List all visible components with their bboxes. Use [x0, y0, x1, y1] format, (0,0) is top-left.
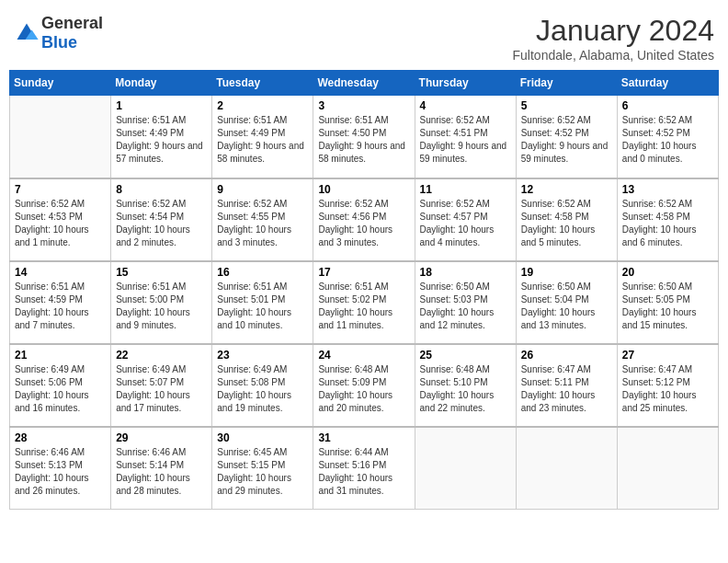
week-row-5: 28Sunrise: 6:46 AMSunset: 5:13 PMDayligh…	[10, 427, 719, 510]
day-number: 9	[217, 183, 308, 196]
calendar-cell: 23Sunrise: 6:49 AMSunset: 5:08 PMDayligh…	[212, 344, 313, 427]
day-info: Sunrise: 6:48 AMSunset: 5:09 PMDaylight:…	[318, 363, 409, 415]
days-header-row: SundayMondayTuesdayWednesdayThursdayFrid…	[10, 71, 719, 96]
day-info: Sunrise: 6:52 AMSunset: 4:58 PMDaylight:…	[521, 198, 612, 249]
calendar-cell: 30Sunrise: 6:45 AMSunset: 5:15 PMDayligh…	[212, 427, 313, 510]
calendar-cell	[516, 427, 617, 510]
calendar-cell: 31Sunrise: 6:44 AMSunset: 5:16 PMDayligh…	[313, 427, 415, 510]
day-number: 27	[622, 349, 713, 362]
day-info: Sunrise: 6:52 AMSunset: 4:57 PMDaylight:…	[420, 198, 511, 249]
calendar-cell: 14Sunrise: 6:51 AMSunset: 4:59 PMDayligh…	[10, 261, 111, 344]
day-info: Sunrise: 6:51 AMSunset: 4:50 PMDaylight:…	[318, 114, 409, 166]
day-info: Sunrise: 6:52 AMSunset: 4:54 PMDaylight:…	[116, 198, 207, 249]
day-number: 10	[318, 183, 409, 196]
calendar-cell: 5Sunrise: 6:52 AMSunset: 4:52 PMDaylight…	[516, 96, 617, 178]
day-number: 16	[217, 266, 308, 279]
week-row-2: 7Sunrise: 6:52 AMSunset: 4:53 PMDaylight…	[10, 178, 719, 261]
calendar-table: SundayMondayTuesdayWednesdayThursdayFrid…	[9, 70, 719, 510]
day-info: Sunrise: 6:45 AMSunset: 5:15 PMDaylight:…	[217, 446, 308, 498]
day-number: 2	[217, 99, 308, 112]
day-number: 4	[420, 99, 511, 112]
day-number: 12	[521, 183, 612, 196]
day-info: Sunrise: 6:50 AMSunset: 5:03 PMDaylight:…	[420, 281, 511, 332]
day-of-week-friday: Friday	[516, 71, 617, 96]
day-info: Sunrise: 6:51 AMSunset: 4:49 PMDaylight:…	[217, 114, 308, 166]
calendar-cell: 22Sunrise: 6:49 AMSunset: 5:07 PMDayligh…	[111, 344, 212, 427]
day-number: 8	[116, 183, 207, 196]
day-info: Sunrise: 6:51 AMSunset: 5:01 PMDaylight:…	[217, 281, 308, 332]
title-section: January 2024 Fultondale, Alabama, United…	[513, 14, 714, 63]
calendar-cell: 18Sunrise: 6:50 AMSunset: 5:03 PMDayligh…	[415, 261, 516, 344]
day-info: Sunrise: 6:52 AMSunset: 4:58 PMDaylight:…	[622, 198, 713, 249]
day-of-week-thursday: Thursday	[415, 71, 516, 96]
day-info: Sunrise: 6:49 AMSunset: 5:06 PMDaylight:…	[15, 363, 106, 415]
calendar-cell: 1Sunrise: 6:51 AMSunset: 4:49 PMDaylight…	[111, 96, 212, 178]
day-info: Sunrise: 6:51 AMSunset: 4:49 PMDaylight:…	[116, 114, 207, 166]
day-number: 18	[420, 266, 511, 279]
calendar-cell: 19Sunrise: 6:50 AMSunset: 5:04 PMDayligh…	[516, 261, 617, 344]
day-info: Sunrise: 6:47 AMSunset: 5:12 PMDaylight:…	[622, 363, 713, 415]
day-number: 28	[15, 431, 106, 444]
location: Fultondale, Alabama, United States	[513, 48, 714, 63]
day-info: Sunrise: 6:49 AMSunset: 5:07 PMDaylight:…	[116, 363, 207, 415]
day-info: Sunrise: 6:52 AMSunset: 4:55 PMDaylight:…	[217, 198, 308, 249]
day-info: Sunrise: 6:44 AMSunset: 5:16 PMDaylight:…	[318, 446, 409, 498]
day-number: 3	[318, 99, 409, 112]
day-info: Sunrise: 6:48 AMSunset: 5:10 PMDaylight:…	[420, 363, 511, 415]
day-info: Sunrise: 6:50 AMSunset: 5:04 PMDaylight:…	[521, 281, 612, 332]
day-info: Sunrise: 6:49 AMSunset: 5:08 PMDaylight:…	[217, 363, 308, 415]
week-row-3: 14Sunrise: 6:51 AMSunset: 4:59 PMDayligh…	[10, 261, 719, 344]
day-info: Sunrise: 6:52 AMSunset: 4:51 PMDaylight:…	[420, 114, 511, 166]
day-number: 23	[217, 349, 308, 362]
day-number: 19	[521, 266, 612, 279]
calendar-cell: 27Sunrise: 6:47 AMSunset: 5:12 PMDayligh…	[617, 344, 718, 427]
calendar-cell: 12Sunrise: 6:52 AMSunset: 4:58 PMDayligh…	[516, 178, 617, 261]
calendar-cell: 25Sunrise: 6:48 AMSunset: 5:10 PMDayligh…	[415, 344, 516, 427]
calendar-cell: 7Sunrise: 6:52 AMSunset: 4:53 PMDaylight…	[10, 178, 111, 261]
day-number: 11	[420, 183, 511, 196]
calendar-cell: 9Sunrise: 6:52 AMSunset: 4:55 PMDaylight…	[212, 178, 313, 261]
week-row-4: 21Sunrise: 6:49 AMSunset: 5:06 PMDayligh…	[10, 344, 719, 427]
day-number: 7	[15, 183, 106, 196]
calendar-cell: 17Sunrise: 6:51 AMSunset: 5:02 PMDayligh…	[313, 261, 415, 344]
calendar-cell: 15Sunrise: 6:51 AMSunset: 5:00 PMDayligh…	[111, 261, 212, 344]
calendar-cell: 3Sunrise: 6:51 AMSunset: 4:50 PMDaylight…	[313, 96, 415, 178]
logo-icon	[14, 20, 40, 46]
day-info: Sunrise: 6:52 AMSunset: 4:53 PMDaylight:…	[15, 198, 106, 249]
day-number: 1	[116, 99, 207, 112]
day-of-week-monday: Monday	[111, 71, 212, 96]
logo-general: General	[41, 14, 103, 32]
day-number: 14	[15, 266, 106, 279]
calendar-cell: 16Sunrise: 6:51 AMSunset: 5:01 PMDayligh…	[212, 261, 313, 344]
day-info: Sunrise: 6:47 AMSunset: 5:11 PMDaylight:…	[521, 363, 612, 415]
day-info: Sunrise: 6:52 AMSunset: 4:52 PMDaylight:…	[521, 114, 612, 166]
day-number: 5	[521, 99, 612, 112]
day-number: 15	[116, 266, 207, 279]
week-row-1: 1Sunrise: 6:51 AMSunset: 4:49 PMDaylight…	[10, 96, 719, 178]
calendar-cell: 6Sunrise: 6:52 AMSunset: 4:52 PMDaylight…	[617, 96, 718, 178]
logo-text: General Blue	[41, 14, 103, 52]
calendar-cell: 2Sunrise: 6:51 AMSunset: 4:49 PMDaylight…	[212, 96, 313, 178]
day-of-week-sunday: Sunday	[10, 71, 111, 96]
day-number: 29	[116, 431, 207, 444]
day-number: 25	[420, 349, 511, 362]
calendar-cell: 28Sunrise: 6:46 AMSunset: 5:13 PMDayligh…	[10, 427, 111, 510]
calendar-cell: 8Sunrise: 6:52 AMSunset: 4:54 PMDaylight…	[111, 178, 212, 261]
page-header: General Blue January 2024 Fultondale, Al…	[9, 9, 719, 63]
calendar-cell: 13Sunrise: 6:52 AMSunset: 4:58 PMDayligh…	[617, 178, 718, 261]
day-info: Sunrise: 6:46 AMSunset: 5:14 PMDaylight:…	[116, 446, 207, 498]
day-number: 20	[622, 266, 713, 279]
month-title: January 2024	[513, 14, 714, 48]
calendar-cell	[10, 96, 111, 178]
day-number: 24	[318, 349, 409, 362]
calendar-cell: 24Sunrise: 6:48 AMSunset: 5:09 PMDayligh…	[313, 344, 415, 427]
calendar-cell: 21Sunrise: 6:49 AMSunset: 5:06 PMDayligh…	[10, 344, 111, 427]
day-of-week-wednesday: Wednesday	[313, 71, 415, 96]
day-number: 6	[622, 99, 713, 112]
day-of-week-saturday: Saturday	[617, 71, 718, 96]
day-number: 17	[318, 266, 409, 279]
calendar-cell: 29Sunrise: 6:46 AMSunset: 5:14 PMDayligh…	[111, 427, 212, 510]
calendar-cell	[415, 427, 516, 510]
day-info: Sunrise: 6:52 AMSunset: 4:52 PMDaylight:…	[622, 114, 713, 166]
day-info: Sunrise: 6:51 AMSunset: 4:59 PMDaylight:…	[15, 281, 106, 332]
